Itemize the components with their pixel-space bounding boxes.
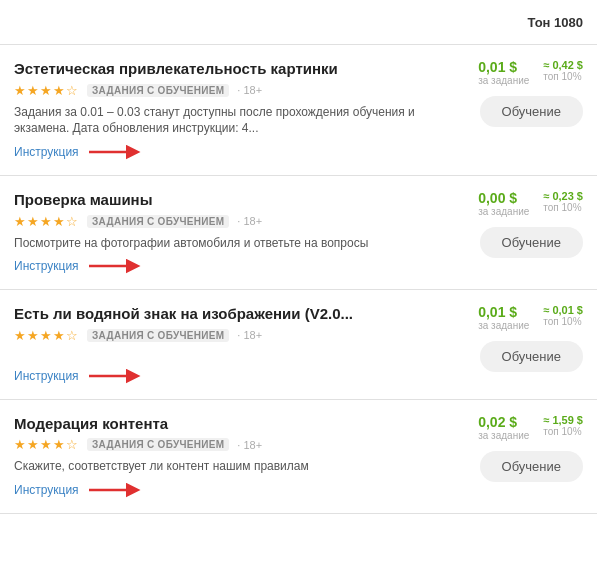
task-title: Проверка машины	[14, 190, 443, 210]
arrow-icon	[87, 257, 141, 275]
task-meta: ★★★★☆ ЗАДАНИЯ С ОБУЧЕНИЕМ · 18+	[14, 214, 443, 229]
task-description: Скажите, соответствует ли контент нашим …	[14, 458, 443, 475]
task-title: Эстетическая привлекательность картинки	[14, 59, 443, 79]
task-title: Есть ли водяной знак на изображении (V2.…	[14, 304, 443, 324]
task-right-0: 0,01 $ за задание ≈ 0,42 $ топ 10% Обуче…	[453, 59, 583, 127]
task-meta: ★★★★☆ ЗАДАНИЯ С ОБУЧЕНИЕМ · 18+	[14, 328, 443, 343]
price-row: 0,01 $ за задание ≈ 0,01 $ топ 10%	[478, 304, 583, 331]
task-age: · 18+	[237, 329, 262, 341]
price-top10-label: топ 10%	[543, 71, 581, 82]
task-link-row: Инструкция	[14, 481, 443, 499]
task-description: Посмотрите на фотографии автомобиля и от…	[14, 235, 443, 252]
learn-button[interactable]: Обучение	[480, 451, 583, 482]
price-row: 0,01 $ за задание ≈ 0,42 $ топ 10%	[478, 59, 583, 86]
learn-button[interactable]: Обучение	[480, 341, 583, 372]
task-link-row: Инструкция	[14, 367, 443, 385]
task-item: Есть ли водяной знак на изображении (V2.…	[0, 290, 597, 400]
task-age: · 18+	[237, 215, 262, 227]
price-top10-value: ≈ 0,42 $	[543, 59, 583, 71]
task-list: Эстетическая привлекательность картинки …	[0, 45, 597, 514]
price-per-task-label: за задание	[478, 206, 529, 217]
task-tag: ЗАДАНИЯ С ОБУЧЕНИЕМ	[87, 84, 229, 97]
task-stars: ★★★★☆	[14, 83, 79, 98]
task-tag: ЗАДАНИЯ С ОБУЧЕНИЕМ	[87, 215, 229, 228]
task-meta: ★★★★☆ ЗАДАНИЯ С ОБУЧЕНИЕМ · 18+	[14, 437, 443, 452]
arrow-icon	[87, 481, 141, 499]
price-per-task-value: 0,00 $	[478, 190, 517, 206]
task-instruction-link[interactable]: Инструкция	[14, 259, 79, 273]
task-age: · 18+	[237, 439, 262, 451]
price-top10-value: ≈ 0,01 $	[543, 304, 583, 316]
task-item: Проверка машины ★★★★☆ ЗАДАНИЯ С ОБУЧЕНИЕ…	[0, 176, 597, 290]
price-per-task-label: за задание	[478, 430, 529, 441]
task-item: Модерация контента ★★★★☆ ЗАДАНИЯ С ОБУЧЕ…	[0, 400, 597, 514]
task-left-0: Эстетическая привлекательность картинки …	[14, 59, 453, 161]
arrow-icon	[87, 367, 141, 385]
task-tag: ЗАДАНИЯ С ОБУЧЕНИЕМ	[87, 438, 229, 451]
task-meta: ★★★★☆ ЗАДАНИЯ С ОБУЧЕНИЕМ · 18+	[14, 83, 443, 98]
price-top10-block: ≈ 0,01 $ топ 10%	[543, 304, 583, 327]
price-per-task-block: 0,02 $ за задание	[478, 414, 529, 441]
task-left-3: Модерация контента ★★★★☆ ЗАДАНИЯ С ОБУЧЕ…	[14, 414, 453, 499]
task-age: · 18+	[237, 84, 262, 96]
price-per-task-value: 0,01 $	[478, 304, 517, 320]
price-top10-block: ≈ 1,59 $ топ 10%	[543, 414, 583, 437]
learn-button[interactable]: Обучение	[480, 227, 583, 258]
arrow-icon	[87, 143, 141, 161]
price-per-task-label: за задание	[478, 320, 529, 331]
task-stars: ★★★★☆	[14, 437, 79, 452]
price-top10-label: топ 10%	[543, 316, 581, 327]
task-right-3: 0,02 $ за задание ≈ 1,59 $ топ 10% Обуче…	[453, 414, 583, 482]
task-stars: ★★★★☆	[14, 328, 79, 343]
task-instruction-link[interactable]: Инструкция	[14, 369, 79, 383]
price-per-task-block: 0,01 $ за задание	[478, 59, 529, 86]
task-tag: ЗАДАНИЯ С ОБУЧЕНИЕМ	[87, 329, 229, 342]
balance-display: Тон 1080	[528, 15, 583, 30]
task-description: Задания за 0.01 – 0.03 станут доступны п…	[14, 104, 443, 138]
price-top10-label: топ 10%	[543, 202, 581, 213]
price-top10-block: ≈ 0,42 $ топ 10%	[543, 59, 583, 82]
task-instruction-link[interactable]: Инструкция	[14, 483, 79, 497]
task-left-2: Есть ли водяной знак на изображении (V2.…	[14, 304, 453, 385]
price-top10-label: топ 10%	[543, 426, 581, 437]
learn-button[interactable]: Обучение	[480, 96, 583, 127]
task-instruction-link[interactable]: Инструкция	[14, 145, 79, 159]
task-link-row: Инструкция	[14, 143, 443, 161]
price-top10-value: ≈ 0,23 $	[543, 190, 583, 202]
task-stars: ★★★★☆	[14, 214, 79, 229]
price-per-task-block: 0,00 $ за задание	[478, 190, 529, 217]
header-bar: Тон 1080	[0, 0, 597, 45]
task-right-1: 0,00 $ за задание ≈ 0,23 $ топ 10% Обуче…	[453, 190, 583, 258]
price-top10-value: ≈ 1,59 $	[543, 414, 583, 426]
price-per-task-block: 0,01 $ за задание	[478, 304, 529, 331]
task-right-2: 0,01 $ за задание ≈ 0,01 $ топ 10% Обуче…	[453, 304, 583, 372]
price-per-task-value: 0,01 $	[478, 59, 517, 75]
task-title: Модерация контента	[14, 414, 443, 434]
price-row: 0,00 $ за задание ≈ 0,23 $ топ 10%	[478, 190, 583, 217]
price-per-task-label: за задание	[478, 75, 529, 86]
task-left-1: Проверка машины ★★★★☆ ЗАДАНИЯ С ОБУЧЕНИЕ…	[14, 190, 453, 275]
task-item: Эстетическая привлекательность картинки …	[0, 45, 597, 176]
price-row: 0,02 $ за задание ≈ 1,59 $ топ 10%	[478, 414, 583, 441]
price-per-task-value: 0,02 $	[478, 414, 517, 430]
price-top10-block: ≈ 0,23 $ топ 10%	[543, 190, 583, 213]
task-link-row: Инструкция	[14, 257, 443, 275]
